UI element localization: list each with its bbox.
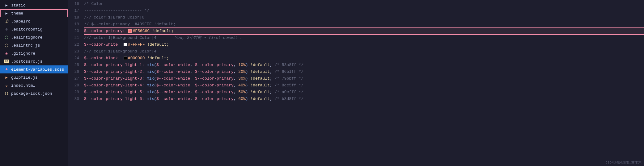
code-token: , (234, 68, 239, 75)
code-token: ; (270, 82, 275, 89)
color-swatch-000000 (124, 56, 127, 60)
git-icon: ◉ (4, 51, 9, 56)
code-token: ) (246, 75, 248, 82)
sidebar-item-gulpfile[interactable]: ▶ gulpfile.js (0, 73, 68, 81)
gulp-icon: ▶ (4, 75, 9, 80)
sidebar-item-label: static (11, 3, 26, 8)
code-token: /// color|1|Background Color|4 (84, 35, 156, 41)
scss-icon: ♣ (4, 67, 9, 72)
code-token: $--color-primary (195, 96, 234, 102)
code-editor: 16 17 18 19 20 21 22 23 24 25 26 27 28 2… (68, 0, 644, 166)
code-token: 10% (238, 62, 245, 68)
line-num: 16 (68, 1, 79, 7)
code-token: $--color-primary (195, 89, 234, 96)
line-num: 18 (68, 14, 79, 21)
sidebar-item-eslintignore[interactable]: ⬡ .eslintignore (0, 33, 68, 41)
code-line-24: $--color-black: #000000 !default; (84, 55, 644, 62)
code-token: #F56C6C (133, 28, 150, 35)
code-token: !default; (145, 41, 169, 48)
code-line-28: $--color-primary-light-4: mix( $--color-… (84, 82, 644, 89)
line-num: 19 (68, 21, 79, 28)
eslint-icon: ⬡ (4, 43, 9, 48)
sidebar-item-postcssrc[interactable]: JS .postcssrc.js (0, 57, 68, 65)
code-token: /* 79bbff */ (274, 75, 303, 82)
sidebar-item-theme[interactable]: ▶ theme (0, 9, 68, 17)
code-token: $--color-primary (195, 75, 234, 82)
code-line-18: /// color|1|Brand Color|0 (84, 14, 644, 21)
code-token: , (190, 82, 195, 89)
code-token: , (234, 75, 239, 82)
sidebar-item-label: .gitignore (11, 51, 35, 56)
code-token: ; (270, 96, 275, 102)
code-token: , (234, 96, 239, 102)
code-token: $--color-primary (195, 62, 234, 68)
code-token: #FFFFFF (128, 41, 145, 48)
code-token: ; (270, 68, 275, 75)
code-token: mix( (147, 75, 156, 82)
code-token: $--color-primary-light-6: (84, 96, 147, 102)
code-token: ) (246, 68, 248, 75)
code-token: /* Color (84, 1, 103, 7)
code-token: !default (248, 68, 270, 75)
code-token: $--color-white (156, 89, 190, 96)
code-token: 20% (238, 68, 245, 75)
line-num: 28 (68, 82, 79, 89)
code-content[interactable]: /* Color ------------------------ */ ///… (83, 0, 644, 166)
code-line-25: $--color-primary-light-1: mix( $--color-… (84, 62, 644, 68)
code-line-21: /// color|1|Background Color|4 You, 2小时前… (84, 35, 644, 41)
code-token: mix( (147, 89, 156, 96)
sidebar-item-elementvars[interactable]: ♣ element-variables.scss (0, 65, 68, 73)
code-token: !default (248, 96, 270, 102)
code-line-27: $--color-primary-light-3: mix( $--color-… (84, 75, 644, 82)
code-line-30: $--color-primary-light-6: mix( $--color-… (84, 96, 644, 102)
sidebar-item-indexhtml[interactable]: ◇ index.html (0, 81, 68, 89)
code-token: $--color-primary-light-5: (84, 89, 147, 96)
code-token: 40% (238, 82, 245, 89)
sidebar-item-label: theme (11, 11, 23, 16)
code-line-19: // $--color-primary: #409EFF !default; (84, 21, 644, 28)
code-token: !default (248, 82, 270, 89)
sidebar-item-label: gulpfile.js (11, 75, 38, 80)
code-token: ; (270, 75, 275, 82)
line-num: 23 (68, 48, 79, 55)
line-num: 30 (68, 96, 79, 102)
code-token: ) (246, 82, 248, 89)
code-token: mix( (147, 82, 156, 89)
sidebar-item-babelrc[interactable]: ℬ .babelrc (0, 17, 68, 25)
code-token: !default (248, 62, 270, 68)
line-numbers: 16 17 18 19 20 21 22 23 24 25 26 27 28 2… (68, 0, 83, 166)
code-token: , (190, 89, 195, 96)
code-line-23: /// color|1|Background Color|4 (84, 48, 644, 55)
code-token: , (190, 62, 195, 68)
code-token: ; (270, 62, 275, 68)
code-token: ; (270, 89, 275, 96)
code-token: /* b3d8ff */ (274, 96, 303, 102)
sidebar-item-gitignore[interactable]: ◉ .gitignore (0, 49, 68, 57)
code-token: , (234, 82, 239, 89)
code-token: /// color|1|Brand Color|0 (84, 14, 144, 21)
sidebar-item-label: .postcssrc.js (11, 59, 42, 64)
code-line-22: $--color-white: #FFFFFF !default; (84, 41, 644, 48)
gear-icon: ⚙ (4, 27, 9, 32)
sidebar-item-static[interactable]: ▶ static (0, 1, 68, 9)
code-token: 50% (238, 89, 245, 96)
code-token: $--color-primary-light-1: (84, 62, 147, 68)
code-token: #000000 (128, 55, 145, 62)
code-token: $--color-white (156, 96, 190, 102)
code-token: /* 8cc5ff */ (274, 82, 303, 89)
code-token: $--color-white (156, 82, 190, 89)
line-num: 29 (68, 89, 79, 96)
sidebar-item-editorconfig[interactable]: ⚙ .editorconfig (0, 25, 68, 33)
code-token: ) (246, 62, 248, 68)
sidebar-item-label: .eslintrc.js (11, 43, 40, 48)
sidebar-item-eslintrc[interactable]: ⬡ .eslintrc.js (0, 41, 68, 49)
sidebar-item-packagelock[interactable]: {} package-lock.json (0, 89, 68, 98)
code-token: 30% (238, 75, 245, 82)
line-num: 21 (68, 35, 79, 41)
folder-arrow-icon: ▶ (4, 3, 9, 8)
code-token: $--color-white (156, 68, 190, 75)
code-token: $--color-primary: (84, 28, 127, 35)
code-token: !default (248, 75, 270, 82)
code-token: $--color-white (156, 75, 190, 82)
code-token: // $--color-primary: #409EFF !default; (84, 21, 176, 28)
